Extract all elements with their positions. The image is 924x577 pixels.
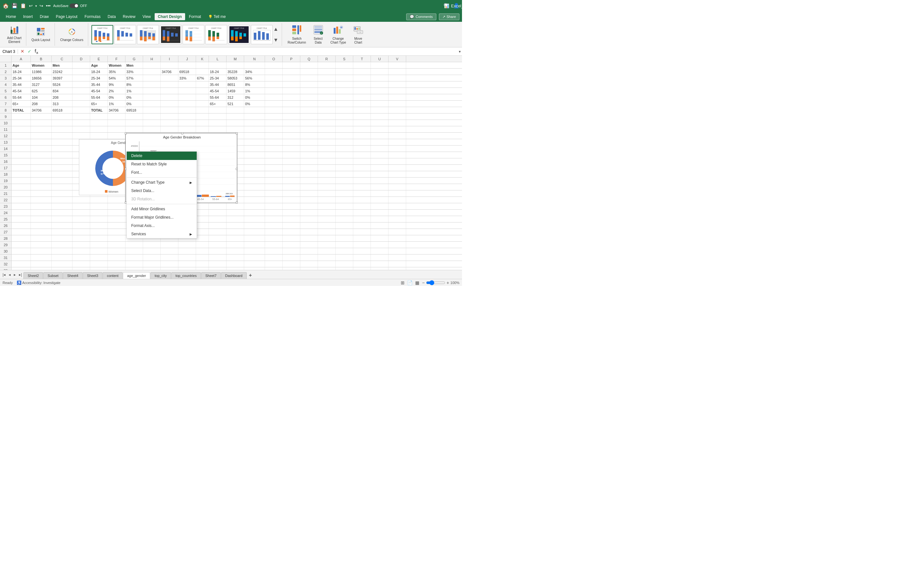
cell-3-13[interactable]: 58053 — [226, 75, 244, 81]
cell-29-4[interactable] — [73, 242, 90, 248]
cell-23-3[interactable] — [52, 203, 73, 210]
cell-9-22[interactable] — [389, 113, 406, 119]
cell-32-10[interactable] — [178, 261, 196, 267]
row-num-10[interactable]: 10 — [0, 120, 11, 126]
cell-21-2[interactable] — [31, 190, 52, 197]
cell-9-3[interactable] — [52, 113, 73, 119]
sheet-nav-first[interactable]: |◂ — [1, 272, 7, 277]
col-header-r[interactable]: R — [318, 56, 336, 62]
cell-3-15[interactable] — [265, 75, 283, 81]
cell-33-7[interactable] — [126, 268, 143, 270]
cell-1-18[interactable] — [318, 62, 336, 68]
cell-2-6[interactable]: 35% — [108, 69, 126, 75]
cell-10-7[interactable] — [126, 120, 143, 126]
col-header-u[interactable]: U — [371, 56, 389, 62]
cell-8-6[interactable]: 34706 — [108, 107, 126, 113]
cell-23-18[interactable] — [318, 203, 336, 210]
cell-33-22[interactable] — [389, 268, 406, 270]
cell-21-18[interactable] — [318, 190, 336, 197]
cell-23-6[interactable] — [108, 203, 126, 210]
cell-9-15[interactable] — [265, 113, 283, 119]
cell-5-4[interactable] — [73, 88, 90, 94]
cell-11-11[interactable] — [196, 126, 209, 132]
tab-tell-me[interactable]: 💡 Tell me — [205, 13, 229, 20]
cell-23-19[interactable] — [336, 203, 353, 210]
chart-style-4[interactable]: CHART TITLE — [160, 25, 182, 44]
cell-1-2[interactable]: Women — [31, 62, 52, 68]
cell-14-15[interactable] — [265, 145, 283, 152]
cell-9-8[interactable] — [143, 113, 161, 119]
cell-11-15[interactable] — [265, 126, 283, 132]
row-num-19[interactable]: 19 — [0, 177, 11, 184]
cell-29-1[interactable] — [11, 242, 31, 248]
cell-31-10[interactable] — [178, 255, 196, 261]
cell-4-12[interactable]: 35-44 — [209, 81, 226, 87]
sheet-nav-prev[interactable]: ◂ — [7, 272, 12, 277]
cell-30-8[interactable] — [143, 248, 161, 254]
cell-12-5[interactable] — [90, 133, 108, 139]
tab-home[interactable]: Home — [3, 13, 19, 20]
save-alt-icon[interactable]: 📋 — [20, 3, 26, 9]
cell-13-15[interactable] — [265, 139, 283, 145]
cell-1-1[interactable]: Age — [11, 62, 31, 68]
cell-33-10[interactable] — [178, 268, 196, 270]
cell-16-16[interactable] — [283, 158, 300, 164]
cell-1-3[interactable]: Men — [52, 62, 73, 68]
row-num-24[interactable]: 24 — [0, 210, 11, 216]
cell-4-2[interactable]: 3127 — [31, 81, 52, 87]
cell-19-20[interactable] — [353, 177, 371, 184]
cell-6-5[interactable]: 55-64 — [90, 94, 108, 100]
cell-13-17[interactable] — [300, 139, 318, 145]
cell-33-13[interactable] — [226, 268, 244, 270]
cell-5-17[interactable] — [300, 88, 318, 94]
cell-21-22[interactable] — [389, 190, 406, 197]
cell-11-8[interactable] — [143, 126, 161, 132]
cell-15-3[interactable] — [52, 152, 73, 158]
cell-7-16[interactable] — [283, 101, 300, 107]
comments-button[interactable]: 💬 Comments — [406, 13, 436, 20]
cell-31-8[interactable] — [143, 255, 161, 261]
cell-21-21[interactable] — [371, 190, 389, 197]
cell-2-2[interactable]: 11986 — [31, 69, 52, 75]
cell-3-17[interactable] — [300, 75, 318, 81]
cell-2-15[interactable] — [265, 69, 283, 75]
col-header-b[interactable]: B — [31, 56, 52, 62]
cell-8-9[interactable] — [161, 107, 178, 113]
cell-27-12[interactable] — [209, 229, 226, 235]
cell-29-6[interactable] — [108, 242, 126, 248]
cell-33-8[interactable] — [143, 268, 161, 270]
cell-28-3[interactable] — [52, 235, 73, 242]
cell-31-21[interactable] — [371, 255, 389, 261]
cell-2-22[interactable] — [389, 69, 406, 75]
cell-8-18[interactable] — [318, 107, 336, 113]
cell-21-17[interactable] — [300, 190, 318, 197]
cell-18-3[interactable] — [52, 171, 73, 177]
row-num-5[interactable]: 5 — [0, 88, 11, 94]
cell-3-11[interactable]: 67% — [196, 75, 209, 81]
cell-28-1[interactable] — [11, 235, 31, 242]
cell-4-8[interactable] — [143, 81, 161, 87]
cell-27-19[interactable] — [336, 229, 353, 235]
cell-9-2[interactable] — [31, 113, 52, 119]
cell-28-6[interactable] — [108, 235, 126, 242]
cell-31-2[interactable] — [31, 255, 52, 261]
cell-31-3[interactable] — [52, 255, 73, 261]
menu-item-change-chart-type[interactable]: Change Chart Type▶ — [127, 178, 197, 187]
col-header-s[interactable]: S — [336, 56, 353, 62]
cell-28-14[interactable] — [244, 235, 265, 242]
cell-25-13[interactable] — [226, 216, 244, 222]
menu-item-format-major-gridlines---[interactable]: Format Major Gridlines... — [127, 213, 197, 221]
row-num-9[interactable]: 9 — [0, 113, 11, 120]
row-num-33[interactable]: 33 — [0, 268, 11, 270]
cell-24-6[interactable] — [108, 210, 126, 216]
cell-16-18[interactable] — [318, 158, 336, 164]
cell-25-14[interactable] — [244, 216, 265, 222]
cell-29-22[interactable] — [389, 242, 406, 248]
cell-11-21[interactable] — [371, 126, 389, 132]
cell-6-3[interactable]: 208 — [52, 94, 73, 100]
cell-9-6[interactable] — [108, 113, 126, 119]
change-colours-button[interactable]: A Change Colours — [58, 26, 85, 43]
row-num-23[interactable]: 23 — [0, 203, 11, 210]
cell-13-14[interactable] — [244, 139, 265, 145]
cell-25-15[interactable] — [265, 216, 283, 222]
